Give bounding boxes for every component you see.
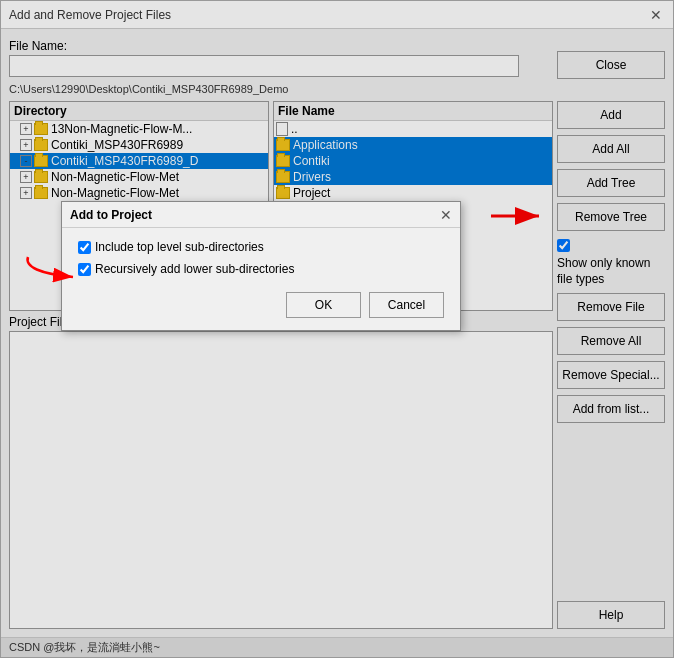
recursive-subdirs-label[interactable]: Recursively add lower sub-directories [95,262,294,276]
recursive-subdirs-checkbox[interactable] [78,263,91,276]
checkbox-row-0: Include top level sub-directories [78,240,444,254]
modal-title: Add to Project [70,208,152,222]
modal-arrow [18,252,83,290]
modal-ok-button[interactable]: OK [286,292,361,318]
checkbox-row-1: Recursively add lower sub-directories [78,262,294,276]
modal-title-bar: Add to Project ✕ [62,202,460,228]
add-to-project-modal: Add to Project ✕ Include top level sub-d… [61,201,461,331]
include-subdirs-label[interactable]: Include top level sub-directories [95,240,264,254]
include-subdirs-checkbox[interactable] [78,241,91,254]
main-window: Add and Remove Project Files ✕ File Name… [0,0,674,658]
modal-close-button[interactable]: ✕ [440,207,452,223]
modal-cancel-button[interactable]: Cancel [369,292,444,318]
modal-content: Include top level sub-directories Recurs… [62,228,460,330]
modal-overlay: Add to Project ✕ Include top level sub-d… [1,1,673,657]
modal-buttons: OK Cancel [78,292,444,318]
